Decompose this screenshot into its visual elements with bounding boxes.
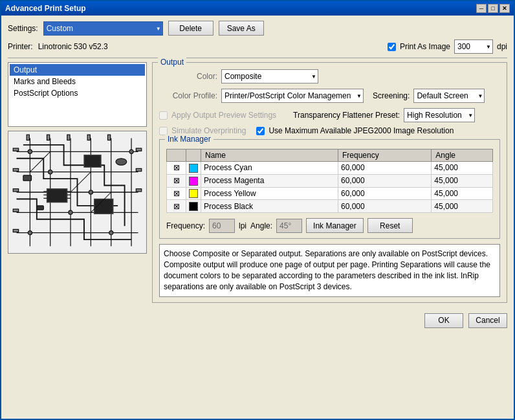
cell-angle-cyan: 45,000 [432,162,493,175]
title-text: Advanced Print Setup [5,4,86,13]
color-row: Color: Composite [159,69,500,83]
simulate-row: Simulate Overprinting Use Maximum Availa… [159,126,500,135]
col-freq: Frequency [338,149,432,162]
ink-manager-title: Ink Manager [165,135,214,144]
screening-label: Screening: [373,91,410,100]
nav-item-postscript[interactable]: PostScript Options [10,87,145,99]
svg-rect-38 [67,135,70,140]
ink-row-yellow[interactable]: ⊠ Process Yellow 60,000 45,000 [167,187,493,200]
cell-freq-black: 60,000 [338,200,432,213]
print-as-image-checkbox[interactable] [388,43,396,51]
output-group-title: Output [158,58,186,67]
simulate-overprint-checkbox[interactable] [159,127,168,135]
flatten-select[interactable]: High Resolution [404,108,475,122]
svg-rect-32 [13,229,18,232]
settings-select-wrapper: Custom [43,21,163,36]
svg-point-24 [69,210,72,214]
svg-rect-43 [37,206,43,210]
nav-item-output[interactable]: Output [10,64,145,76]
svg-rect-39 [87,135,90,140]
nav-item-marks[interactable]: Marks and Bleeds [10,76,145,87]
flatten-label: Transparency Flattener Preset: [293,111,400,120]
nav-list: Output Marks and Bleeds PostScript Optio… [8,62,147,127]
use-jpeg-checkbox[interactable] [256,127,265,135]
svg-rect-28 [13,148,18,151]
left-panel: Output Marks and Bleeds PostScript Optio… [8,62,147,308]
dialog-content: Settings: Custom Delete Save As Printer:… [1,16,514,333]
settings-row: Settings: Custom Delete Save As [8,21,507,36]
dpi-label: dpi [497,42,507,51]
freq-input[interactable] [209,219,235,233]
cell-swatch-yellow [186,187,201,200]
titlebar: Advanced Print Setup ─ □ ✕ [1,1,514,16]
apply-preview-checkbox[interactable] [159,111,168,120]
cell-name-cyan: Process Cyan [201,162,338,175]
cell-icon-cyan: ⊠ [167,162,186,175]
cancel-button[interactable]: Cancel [468,313,507,328]
profile-select-wrapper: Printer/PostScript Color Management [221,89,364,103]
svg-point-41 [116,159,127,165]
printer-row: Printer: Linotronic 530 v52.3 Print As I… [8,39,507,54]
svg-rect-29 [13,168,18,171]
ink-row-black[interactable]: ⊠ Process Black 60,000 45,000 [167,200,493,213]
ink-row-cyan[interactable]: ⊠ Process Cyan 60,000 45,000 [167,162,493,175]
output-group: Output Color: Composite Color Profile: [152,62,507,303]
cell-swatch-cyan [186,162,201,175]
close-button[interactable]: ✕ [499,4,510,13]
color-select[interactable]: Composite [221,69,318,83]
svg-rect-13 [84,155,101,168]
svg-point-27 [129,149,133,153]
col-name: Name [201,149,338,162]
bottom-buttons: OK Cancel [8,313,507,328]
svg-rect-33 [136,148,141,151]
screening-select-wrapper: Default Screen [413,89,485,103]
minimize-button[interactable]: ─ [476,4,487,13]
cell-freq-magenta: 60,000 [338,174,432,187]
col-angle: Angle [432,149,493,162]
ink-table: Name Frequency Angle ⊠ Process Cyan [166,149,493,213]
main-area: Output Marks and Bleeds PostScript Optio… [8,62,507,308]
simulate-overprint-label: Simulate Overprinting [171,126,246,135]
profile-row: Color Profile: Printer/PostScript Color … [159,89,500,103]
titlebar-controls: ─ □ ✕ [476,4,510,13]
svg-rect-36 [27,135,29,140]
ok-button[interactable]: OK [424,313,463,328]
cell-icon-magenta: ⊠ [167,174,186,187]
svg-rect-31 [13,209,18,212]
svg-point-23 [89,190,93,194]
cell-icon-yellow: ⊠ [167,187,186,200]
ink-manager-group: Ink Manager Name Frequency Angle [159,139,500,239]
reset-button[interactable]: Reset [367,218,413,233]
cell-angle-yellow: 45,000 [432,187,493,200]
settings-select[interactable]: Custom [43,21,163,36]
cell-angle-magenta: 45,000 [432,174,493,187]
profile-label: Color Profile: [159,91,217,100]
dpi-select[interactable]: 300 600 1200 [454,39,493,54]
svg-rect-42 [23,175,32,181]
settings-label: Settings: [8,24,38,33]
col-icon [167,149,186,162]
svg-point-26 [28,231,32,235]
cell-angle-black: 45,000 [432,200,493,213]
svg-rect-37 [47,135,50,140]
apply-preview-row: Apply Output Preview Settings Transparen… [159,108,500,122]
preview-box [8,131,147,254]
svg-rect-12 [47,189,67,203]
cell-icon-black: ⊠ [167,200,186,213]
dpi-select-wrapper: 300 600 1200 [454,39,493,54]
apply-preview-label: Apply Output Preview Settings [171,111,276,120]
maximize-button[interactable]: □ [488,4,498,13]
svg-point-25 [109,231,113,235]
use-jpeg-label: Use Maximum Available JPEG2000 Image Res… [268,126,454,135]
angle-input[interactable] [276,219,302,233]
delete-button[interactable]: Delete [168,21,214,36]
profile-select[interactable]: Printer/PostScript Color Management [221,89,364,103]
saveas-button[interactable]: Save As [219,21,264,36]
ink-row-magenta[interactable]: ⊠ Process Magenta 60,000 45,000 [167,174,493,187]
ink-manager-button[interactable]: Ink Manager [306,218,364,233]
main-window: Advanced Print Setup ─ □ ✕ Settings: Cus… [0,0,515,420]
info-text: Choose Composite or Separated output. Se… [164,249,490,291]
cell-swatch-magenta [186,174,201,187]
screening-select[interactable]: Default Screen [413,89,485,103]
printer-value: Linotronic 530 v52.3 [38,42,108,51]
